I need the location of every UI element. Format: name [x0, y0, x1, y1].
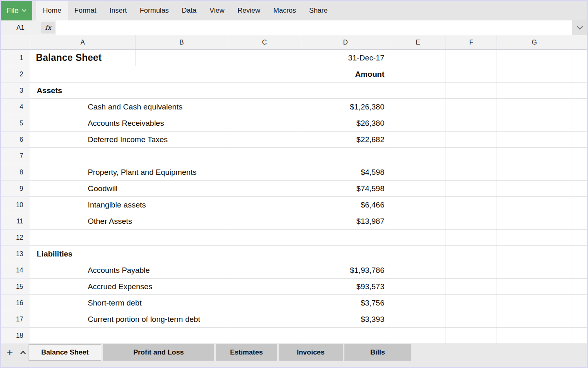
column-header-A[interactable]: A: [30, 35, 135, 49]
cell-H8[interactable]: [572, 164, 587, 181]
row-header-8[interactable]: 8: [1, 164, 30, 181]
row-header-2[interactable]: 2: [1, 66, 30, 83]
cell-A14[interactable]: Accounts Payable: [30, 262, 228, 279]
cell-G8[interactable]: [497, 164, 572, 181]
cell-F16[interactable]: [446, 295, 497, 311]
cell-H16[interactable]: [572, 295, 587, 311]
cell-C4[interactable]: [228, 99, 301, 115]
row-header-12[interactable]: 12: [1, 230, 30, 246]
cell-E8[interactable]: [390, 164, 446, 181]
cell-C10[interactable]: [228, 197, 301, 213]
sheet-tab-invoices[interactable]: Invoices: [279, 344, 343, 361]
column-header-F[interactable]: F: [446, 35, 497, 49]
cell-A3[interactable]: Assets: [30, 83, 228, 99]
cell-F12[interactable]: [446, 230, 497, 246]
cell-H1[interactable]: [572, 50, 587, 66]
cell-E11[interactable]: [390, 213, 446, 230]
cell-F10[interactable]: [446, 197, 497, 213]
cell-G15[interactable]: [497, 279, 572, 295]
formula-input[interactable]: [56, 20, 572, 35]
row-header-3[interactable]: 3: [1, 83, 30, 99]
cell-F18[interactable]: [446, 328, 497, 344]
row-header-13[interactable]: 13: [1, 246, 30, 262]
menu-item-data[interactable]: Data: [175, 1, 203, 20]
sheet-tab-bills[interactable]: Bills: [344, 344, 411, 361]
cell-C8[interactable]: [228, 164, 301, 181]
cell-E10[interactable]: [390, 197, 446, 213]
cell-D3[interactable]: [301, 83, 390, 99]
menu-item-formulas[interactable]: Formulas: [133, 1, 175, 20]
cell-F6[interactable]: [446, 132, 497, 148]
menu-item-macros[interactable]: Macros: [267, 1, 303, 20]
cell-G10[interactable]: [497, 197, 572, 213]
cell-G16[interactable]: [497, 295, 572, 311]
cell-G1[interactable]: [497, 50, 572, 66]
row-header-18[interactable]: 18: [1, 328, 30, 344]
cell-E9[interactable]: [390, 181, 446, 197]
cell-C16[interactable]: [228, 295, 301, 311]
cell-F9[interactable]: [446, 181, 497, 197]
cell-F7[interactable]: [446, 148, 497, 164]
cell-A8[interactable]: Property, Plant and Equipments: [30, 164, 228, 181]
cell-E1[interactable]: [390, 50, 446, 66]
cell-F8[interactable]: [446, 164, 497, 181]
row-header-16[interactable]: 16: [1, 295, 30, 311]
cell-C13[interactable]: [228, 246, 301, 262]
cell-H3[interactable]: [572, 83, 587, 99]
cell-C2[interactable]: [228, 66, 301, 83]
cell-D9[interactable]: $74,598: [301, 181, 390, 197]
cell-D8[interactable]: $4,598: [301, 164, 390, 181]
row-header-10[interactable]: 10: [1, 197, 30, 213]
row-header-14[interactable]: 14: [1, 262, 30, 279]
menu-item-home[interactable]: Home: [36, 1, 68, 20]
row-header-17[interactable]: 17: [1, 311, 30, 328]
row-header-4[interactable]: 4: [1, 99, 30, 115]
cell-A16[interactable]: Short-term debt: [30, 295, 228, 311]
cell-C5[interactable]: [228, 115, 301, 132]
sheet-list-button[interactable]: [17, 344, 29, 361]
cell-A17[interactable]: Current portion of long-term debt: [30, 311, 228, 328]
cell-A15[interactable]: Accrued Expenses: [30, 279, 228, 295]
cell-C14[interactable]: [228, 262, 301, 279]
cell-E14[interactable]: [390, 262, 446, 279]
cell-D11[interactable]: $13,987: [301, 213, 390, 230]
cell-D15[interactable]: $93,573: [301, 279, 390, 295]
file-menu-button[interactable]: File: [1, 1, 32, 20]
cell-E7[interactable]: [390, 148, 446, 164]
cell-G3[interactable]: [497, 83, 572, 99]
sheet-tab-profit-and-loss[interactable]: Profit and Loss: [103, 344, 214, 361]
menu-item-review[interactable]: Review: [231, 1, 267, 20]
cell-G4[interactable]: [497, 99, 572, 115]
cell-H14[interactable]: [572, 262, 587, 279]
sheet-tab-estimates[interactable]: Estimates: [216, 344, 277, 361]
menu-item-format[interactable]: Format: [68, 1, 103, 20]
cell-F1[interactable]: [446, 50, 497, 66]
cell-H13[interactable]: [572, 246, 587, 262]
cell-G14[interactable]: [497, 262, 572, 279]
cell-D4[interactable]: $1,26,380: [301, 99, 390, 115]
cell-A9[interactable]: Goodwill: [30, 181, 228, 197]
cell-H7[interactable]: [572, 148, 587, 164]
cell-F5[interactable]: [446, 115, 497, 132]
cell-H2[interactable]: [572, 66, 587, 83]
cell-H5[interactable]: [572, 115, 587, 132]
cell-E6[interactable]: [390, 132, 446, 148]
row-header-7[interactable]: 7: [1, 148, 30, 164]
cell-G17[interactable]: [497, 311, 572, 328]
cell-A4[interactable]: Cash and Cash equivalents: [30, 99, 228, 115]
cell-F14[interactable]: [446, 262, 497, 279]
cell-H17[interactable]: [572, 311, 587, 328]
cell-D17[interactable]: $3,393: [301, 311, 390, 328]
cell-C15[interactable]: [228, 279, 301, 295]
cell-A12[interactable]: [30, 230, 228, 246]
cell-E3[interactable]: [390, 83, 446, 99]
cell-H12[interactable]: [572, 230, 587, 246]
cell-A7[interactable]: [30, 148, 228, 164]
cell-A5[interactable]: Accounts Receivables: [30, 115, 228, 132]
cell-D2[interactable]: Amount: [301, 66, 390, 83]
cell-E18[interactable]: [390, 328, 446, 344]
cell-G7[interactable]: [497, 148, 572, 164]
cell-A1[interactable]: Balance Sheet: [30, 50, 135, 66]
cell-name-box[interactable]: A1: [1, 20, 40, 35]
select-all-corner[interactable]: [1, 35, 30, 49]
